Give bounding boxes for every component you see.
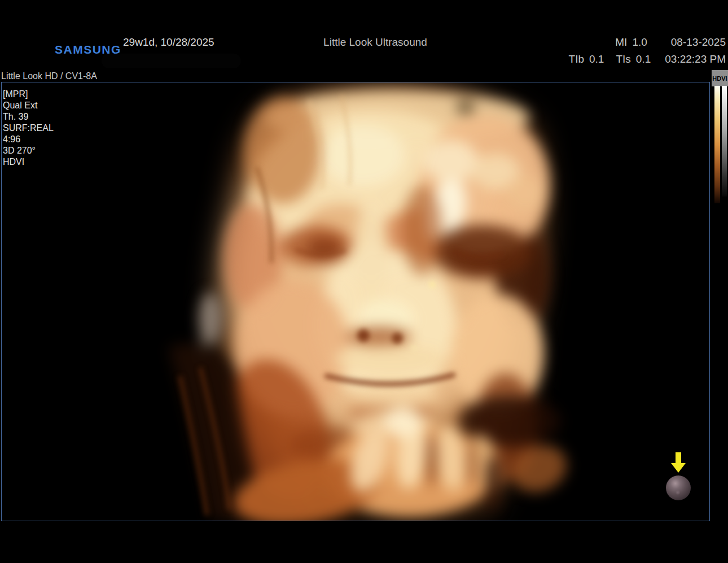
tib-label: TIb (569, 53, 584, 66)
fetal-3d-render (2, 82, 709, 521)
render-thickness: Th. 39 (3, 111, 54, 123)
render-mode: [MPR] (3, 89, 54, 100)
tis-readout: TIs 0.1 (616, 53, 651, 66)
render-parameters: [MPR] Qual Ext Th. 39 SURF:REAL 4:96 3D … (3, 89, 54, 168)
orientation-sphere (666, 475, 691, 500)
tis-value: 0.1 (636, 53, 651, 66)
render-mix-ratio: 4:96 (3, 134, 54, 145)
preset-probe-label: Little Look HD / CV1-8A (1, 71, 97, 81)
render-surface: SURF:REAL (3, 123, 54, 134)
tib-value: 0.1 (589, 53, 604, 66)
mi-label: MI (615, 36, 627, 49)
orientation-arrow-icon (671, 452, 686, 474)
redacted-patient-info (102, 54, 241, 68)
system-date: 08-13-2025 (671, 36, 726, 49)
render-hdvi: HDVI (3, 156, 54, 168)
mi-value: 1.0 (632, 36, 647, 49)
orientation-marker (665, 452, 691, 500)
acoustic-output-row-2: TIb 0.1 TIs 0.1 03:22:23 PM (569, 53, 726, 66)
tis-label: TIs (616, 53, 630, 66)
ultrasound-screen: { "header": { "brand": "SAMSUNG", "exam_… (0, 0, 728, 563)
render-rotation: 3D 270° (3, 145, 54, 156)
render-quality: Qual Ext (3, 100, 54, 111)
tib-readout: TIb 0.1 (569, 53, 604, 66)
ultrasound-image-area: [MPR] Qual Ext Th. 39 SURF:REAL 4:96 3D … (1, 82, 710, 521)
colorbar-sepia (714, 86, 720, 203)
acoustic-output-row-1: MI 1.0 08-13-2025 (615, 36, 726, 49)
exam-info: 29w1d, 10/28/2025 (123, 36, 214, 49)
hdvi-status-badge: HDVI (712, 70, 728, 86)
system-time: 03:22:23 PM (665, 53, 726, 66)
clinic-name: Little Look Ultrasound (323, 36, 427, 49)
mi-readout: MI 1.0 (615, 36, 647, 49)
colorbar-gray (722, 86, 727, 197)
